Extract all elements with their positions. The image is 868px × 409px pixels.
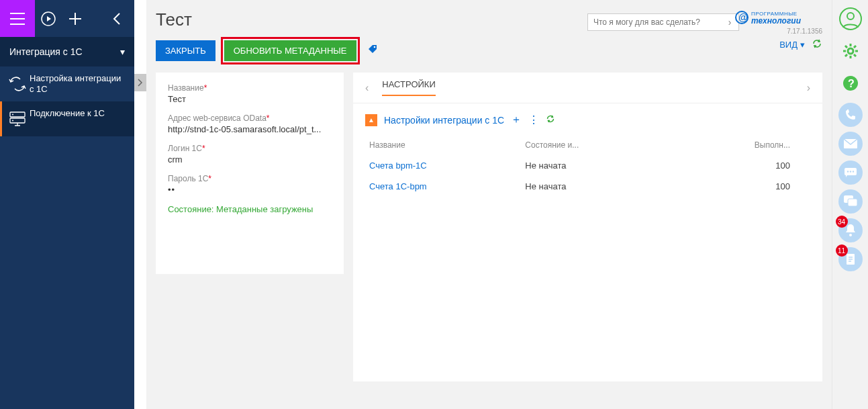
svg-point-17 [852,171,853,172]
connection-form: Название* Тест Адрес web-сервиса OData* … [156,73,344,274]
svg-point-10 [848,48,853,54]
sync-icon [5,73,30,95]
help-icon[interactable]: ? [836,69,865,98]
svg-point-7 [373,46,375,48]
server-icon [5,108,30,130]
search-input[interactable] [588,17,721,27]
mail-icon[interactable] [838,132,863,156]
table-row[interactable]: Счета 1С-bpmНе начата100 [365,176,810,197]
notifications-badge: 34 [836,216,848,228]
table-row[interactable]: Счета bpm-1CНе начата100 [365,155,810,176]
main-menu-button[interactable] [0,0,35,37]
phone-icon[interactable] [838,103,863,127]
update-metadata-button[interactable]: ОБНОВИТЬ МЕТАДАННЫЕ [224,40,356,61]
col-state[interactable]: Состояние и... [521,135,668,155]
row-state: Не начата [521,155,668,176]
tabs-prev-icon[interactable]: ‹ [365,82,369,94]
svg-point-9 [847,13,854,19]
sidebar: Интеграция с 1С ▾ Настройка интеграции с… [0,37,134,409]
row-state: Не начата [521,176,668,197]
tab-settings[interactable]: НАСТРОЙКИ [382,79,435,96]
sidebar-item-label: Настройка интеграции с 1С [30,73,129,95]
detail-subheader[interactable]: Настройки интеграции с 1С [384,115,504,126]
brand-logo: @ ПРОГРАММНЫЕ технологии 7.17.1.1356 [735,8,822,35]
tag-icon[interactable] [368,44,379,58]
detail-panel: ‹ НАСТРОЙКИ › ▲ Настройки интеграции с 1… [353,73,822,381]
close-button[interactable]: ЗАКРЫТЬ [156,40,215,61]
field-label-password: Пароль 1С* [168,174,332,183]
field-value-password[interactable]: •• [168,185,332,195]
svg-point-3 [12,114,13,116]
svg-point-15 [847,171,848,172]
notifications-icon[interactable]: 34 [838,218,863,242]
tasks-badge: 11 [836,244,848,257]
field-value-login[interactable]: crm [168,154,332,165]
tabs-next-icon[interactable]: › [807,82,810,94]
view-label: ВИД [779,40,798,50]
plus-icon[interactable] [62,0,89,37]
row-done: 100 [668,176,810,197]
back-icon[interactable] [103,0,130,37]
refresh-icon[interactable] [812,38,822,51]
add-row-icon[interactable]: ＋ [511,113,522,127]
field-label-login: Логин 1С* [168,144,332,153]
svg-text:?: ? [848,78,855,89]
settings-icon[interactable] [836,36,865,66]
collapse-section-icon[interactable]: ▲ [365,114,377,126]
sidebar-item-label: Подключение к 1С [30,108,129,119]
command-search[interactable]: › [587,13,739,31]
field-label-odata: Адрес web-сервиса OData* [168,113,332,123]
field-value-name[interactable]: Тест [168,94,332,104]
more-actions-icon[interactable]: ⋮ [528,113,539,126]
play-icon[interactable] [35,0,62,37]
field-label-name: Название* [168,83,332,93]
refresh-detail-icon[interactable] [546,114,555,126]
update-metadata-highlight: ОБНОВИТЬ МЕТАДАННЫЕ [221,37,360,64]
svg-point-4 [12,120,13,122]
sidebar-item-1c-connection[interactable]: Подключение к 1С [0,101,134,136]
svg-point-16 [849,171,851,172]
view-dropdown[interactable]: ВИД ▾ [779,40,805,50]
sidebar-section-label: Интеграция с 1С [9,46,83,57]
messages-icon[interactable] [838,189,863,214]
row-done: 100 [668,155,810,176]
svg-point-20 [849,234,852,236]
sidebar-item-integration-settings[interactable]: Настройка интеграции с 1С [0,66,134,101]
col-done[interactable]: Выполн... [668,135,810,155]
col-name[interactable]: Название [365,135,521,155]
row-name-link[interactable]: Счета bpm-1C [369,161,427,171]
integration-settings-table: Название Состояние и... Выполн... Счета … [365,135,810,197]
svg-text:@: @ [738,12,748,23]
row-name-link[interactable]: Счета 1С-bpm [369,181,427,191]
field-value-odata[interactable]: http://stnd-1c-05.samarasoft.local/pt_t.… [168,124,332,134]
profile-icon[interactable] [836,4,865,34]
sidebar-collapse-handle[interactable] [134,74,146,91]
svg-rect-19 [848,199,857,206]
tasks-icon[interactable]: 11 [838,247,863,271]
caret-down-icon: ▾ [800,40,805,50]
metadata-status: Состояние: Метаданные загружены [168,204,332,214]
chevron-down-icon: ▾ [120,46,125,57]
logo-line2: технологии [751,16,802,26]
right-rail: ? 34 11 [832,0,868,409]
chat-icon[interactable] [838,161,863,185]
sidebar-section-header[interactable]: Интеграция с 1С ▾ [0,37,134,66]
